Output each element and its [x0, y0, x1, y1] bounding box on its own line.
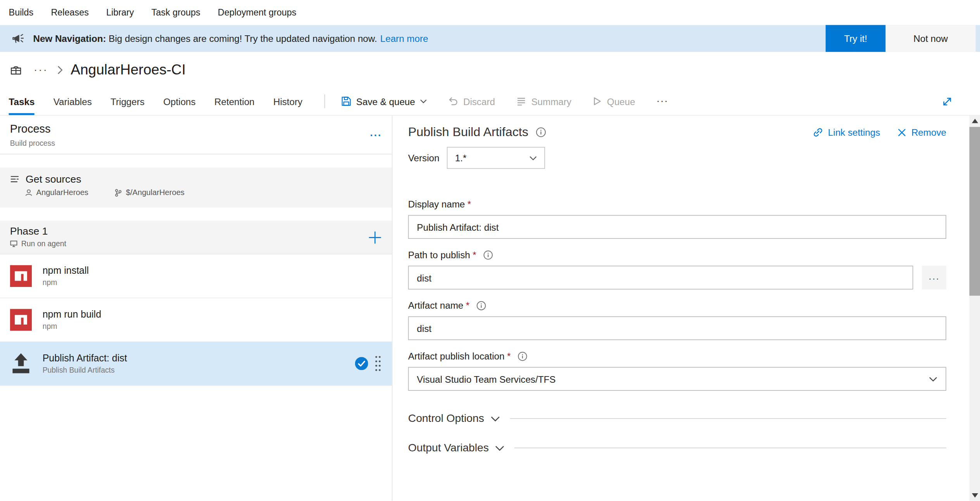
- vertical-scrollbar[interactable]: [970, 116, 980, 501]
- path-to-publish-label: Path to publish: [408, 249, 470, 260]
- link-settings-label: Link settings: [828, 127, 880, 137]
- display-name-input[interactable]: [408, 215, 946, 239]
- tab-triggers[interactable]: Triggers: [110, 88, 145, 115]
- build-pipeline-editor: Builds Releases Library Task groups Depl…: [0, 0, 980, 501]
- control-options-section[interactable]: Control Options: [408, 412, 946, 425]
- publish-location-dropdown[interactable]: Visual Studio Team Services/TFS: [408, 367, 946, 390]
- process-more-button[interactable]: ···: [370, 130, 382, 146]
- nav-item-builds[interactable]: Builds: [9, 7, 34, 17]
- tab-variables[interactable]: Variables: [53, 88, 92, 115]
- summary-button[interactable]: Summary: [516, 88, 571, 115]
- info-icon[interactable]: [536, 127, 546, 137]
- process-title: Process: [10, 123, 55, 136]
- fullscreen-expand-icon[interactable]: [942, 88, 952, 115]
- tab-tasks[interactable]: Tasks: [9, 88, 35, 115]
- toolbar-separator: [324, 94, 325, 108]
- version-dropdown[interactable]: 1.*: [447, 147, 545, 169]
- task-title: npm install: [43, 265, 89, 276]
- save-and-queue-button[interactable]: Save & queue: [341, 88, 427, 115]
- required-marker: *: [473, 249, 476, 260]
- process-header[interactable]: Process Build process ···: [0, 116, 392, 154]
- chevron-down-icon: [929, 376, 938, 382]
- not-now-button[interactable]: Not now: [886, 25, 976, 52]
- save-icon: [341, 96, 351, 106]
- info-icon[interactable]: [483, 250, 493, 260]
- remove-label: Remove: [911, 127, 946, 137]
- new-navigation-banner: New Navigation: Big design changes are c…: [0, 25, 980, 52]
- output-variables-section[interactable]: Output Variables: [408, 441, 946, 454]
- publish-location-value: Visual Studio Team Services/TFS: [417, 373, 556, 384]
- toolbar-more-button[interactable]: ···: [656, 88, 668, 115]
- version-value: 1.*: [455, 152, 467, 163]
- try-it-button[interactable]: Try it!: [826, 25, 886, 52]
- queue-button[interactable]: Queue: [593, 88, 635, 115]
- discard-button[interactable]: Discard: [448, 88, 495, 115]
- task-row-npm-run-build[interactable]: npm run build npm: [0, 298, 392, 342]
- link-icon: [813, 127, 823, 137]
- scrollbar-down-arrow[interactable]: [970, 490, 980, 501]
- artifact-name-input[interactable]: [408, 316, 946, 340]
- tab-history[interactable]: History: [273, 88, 302, 115]
- info-icon[interactable]: [476, 301, 487, 311]
- artifact-name-field-group: Artifact name *: [408, 300, 946, 340]
- get-sources-item[interactable]: Get sources AngularHeroes: [0, 168, 392, 207]
- selected-check-icon: [355, 357, 368, 370]
- remove-button[interactable]: Remove: [897, 127, 946, 137]
- section-divider: [514, 447, 946, 448]
- phase-header[interactable]: Phase 1 Run on agent: [0, 221, 392, 254]
- process-panel: Process Build process ··· Get sources: [0, 116, 392, 501]
- task-detail-panel: Publish Build Artifacts: [392, 116, 980, 501]
- display-name-label: Display name: [408, 199, 465, 209]
- drag-handle-icon[interactable]: [374, 354, 382, 373]
- artifact-name-label: Artifact name: [408, 300, 463, 311]
- main-content: Process Build process ··· Get sources: [0, 116, 980, 501]
- task-row-publish-artifact[interactable]: Publish Artifact: dist Publish Build Art…: [0, 342, 392, 386]
- info-icon[interactable]: [518, 351, 528, 361]
- play-icon: [593, 96, 602, 106]
- task-title: Publish Artifact: dist: [43, 352, 127, 364]
- detail-title: Publish Build Artifacts: [408, 125, 528, 139]
- task-title: npm run build: [43, 309, 101, 320]
- required-marker: *: [468, 199, 471, 209]
- nav-item-releases[interactable]: Releases: [51, 7, 88, 17]
- tab-options[interactable]: Options: [163, 88, 195, 115]
- scrollbar-up-arrow[interactable]: [970, 116, 980, 126]
- get-sources-icon: [10, 174, 19, 184]
- tab-toolbar: Tasks Variables Triggers Options Retenti…: [0, 88, 980, 116]
- path-to-publish-field-group: Path to publish * ···: [408, 249, 946, 289]
- phase-title: Phase 1: [10, 225, 66, 237]
- branch-icon: [115, 188, 122, 197]
- scrollbar-thumb[interactable]: [970, 127, 980, 295]
- control-options-title: Control Options: [408, 412, 484, 425]
- task-subtitle: npm: [43, 278, 89, 287]
- nav-item-deployment-groups[interactable]: Deployment groups: [218, 7, 297, 17]
- chevron-down-icon: [420, 99, 427, 104]
- process-subtitle: Build process: [10, 139, 55, 148]
- path-to-publish-input[interactable]: [408, 266, 913, 289]
- nav-item-task-groups[interactable]: Task groups: [152, 7, 200, 17]
- add-task-button[interactable]: [368, 231, 382, 248]
- task-row-npm-install[interactable]: npm install npm: [0, 254, 392, 298]
- agent-icon: [10, 240, 17, 247]
- link-settings-button[interactable]: Link settings: [813, 127, 880, 137]
- close-icon: [897, 128, 906, 137]
- save-and-queue-label: Save & queue: [356, 96, 415, 106]
- section-divider: [510, 418, 946, 419]
- learn-more-link[interactable]: Learn more: [380, 33, 428, 43]
- display-name-field-group: Display name *: [408, 199, 946, 239]
- banner-message-text: Big design changes are coming! Try the u…: [106, 33, 377, 43]
- announcement-icon: [11, 31, 25, 45]
- pipeline-title: AngularHeroes-CI: [71, 61, 186, 78]
- nav-item-library[interactable]: Library: [106, 7, 134, 17]
- breadcrumb-ellipsis[interactable]: ···: [34, 64, 48, 76]
- phase-subtitle: Run on agent: [21, 239, 66, 248]
- publish-location-label: Artifact publish location: [408, 351, 505, 361]
- browse-button[interactable]: ···: [922, 266, 946, 289]
- breadcrumb: ··· AngularHeroes-CI: [0, 52, 980, 88]
- required-marker: *: [466, 300, 469, 311]
- tab-retention[interactable]: Retention: [214, 88, 255, 115]
- summary-list-icon: [516, 96, 526, 106]
- chevron-down-icon: [490, 415, 500, 422]
- chevron-down-icon: [530, 155, 537, 161]
- chevron-right-icon: [57, 65, 63, 75]
